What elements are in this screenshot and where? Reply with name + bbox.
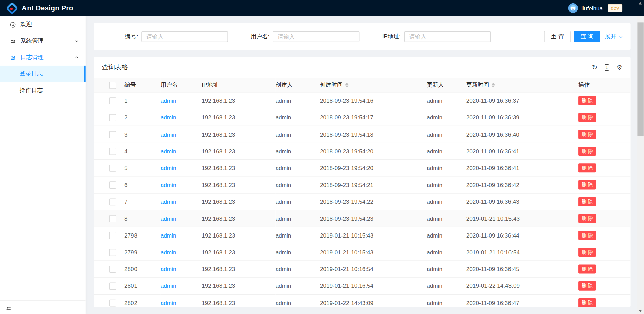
delete-button[interactable]: 删 除: [578, 96, 596, 105]
sorter-icon[interactable]: [345, 83, 349, 88]
username-link[interactable]: admin: [161, 148, 176, 155]
sorter-icon[interactable]: [492, 83, 495, 88]
cell-ip: 192.168.1.23: [202, 277, 275, 294]
username-link[interactable]: admin: [161, 198, 176, 205]
cell-username: admin: [161, 143, 202, 160]
username-link[interactable]: admin: [161, 181, 176, 188]
cell-ip: 192.168.1.23: [202, 92, 275, 109]
delete-button[interactable]: 删 除: [578, 147, 596, 156]
delete-button[interactable]: 删 除: [578, 214, 596, 223]
reload-icon[interactable]: ↻: [592, 64, 597, 71]
table-toolbar: 查询表格 ↻ ↕ ⚙: [94, 57, 630, 78]
col-header-id: 编号: [124, 78, 161, 92]
page-scrollbar[interactable]: [637, 0, 644, 314]
query-button[interactable]: 查 询: [574, 31, 600, 42]
col-header-created-at[interactable]: 创建时间: [320, 78, 427, 92]
column-height-icon[interactable]: ↕: [605, 64, 608, 71]
cell-updater: admin: [427, 92, 466, 109]
search-form: 编号: 用户名: IP地址: 重 置 查 询 展开: [94, 23, 630, 50]
row-checkbox[interactable]: [109, 266, 116, 273]
col-header-updated-at[interactable]: 更新时间: [466, 78, 565, 92]
id-input[interactable]: [141, 31, 228, 42]
cell-id: 6: [124, 176, 161, 193]
delete-button[interactable]: 删 除: [578, 197, 596, 206]
username-link[interactable]: admin: [161, 97, 176, 104]
scrollbar-thumb[interactable]: [637, 22, 643, 136]
sidebar-item-log-mgmt[interactable]: 日志管理: [0, 49, 86, 66]
username-link[interactable]: admin: [161, 131, 176, 138]
sidebar-item-welcome[interactable]: 欢迎: [0, 16, 86, 33]
table-row: 2801 admin 192.168.1.23 admin 2019-01-21…: [94, 277, 630, 294]
crown-icon: [10, 54, 16, 61]
ip-input[interactable]: [404, 31, 491, 42]
username-link[interactable]: admin: [161, 300, 176, 306]
username-link[interactable]: admin: [161, 249, 176, 256]
cell-creator: admin: [276, 126, 320, 143]
table-row: 2802 admin 192.168.1.23 admin 2019-01-22…: [94, 294, 630, 307]
cell-created-at: 2019-01-21 10:15:43: [320, 244, 427, 261]
expand-link[interactable]: 展开: [605, 33, 623, 40]
row-checkbox[interactable]: [109, 282, 116, 290]
table-header-row: 编号 用户名 IP地址 创建人 创建时间 更新人 更新时间 操作: [94, 78, 630, 92]
select-all-checkbox[interactable]: [109, 82, 116, 89]
cell-id: 2: [124, 109, 161, 126]
field-id-label: 编号:: [105, 33, 138, 40]
scrollbar-down-arrow-icon[interactable]: [639, 310, 642, 312]
row-checkbox[interactable]: [109, 165, 116, 172]
delete-button[interactable]: 删 除: [578, 298, 596, 307]
sidebar-item-login-log[interactable]: 登录日志: [0, 66, 86, 82]
row-checkbox[interactable]: [109, 181, 116, 189]
sidebar-item-system-mgmt[interactable]: 系统管理: [0, 33, 86, 49]
row-checkbox[interactable]: [109, 198, 116, 205]
sidebar-item-operation-log[interactable]: 操作日志: [0, 82, 86, 99]
delete-button[interactable]: 删 除: [578, 130, 596, 139]
menu-fold-icon[interactable]: [6, 305, 11, 310]
username-text[interactable]: liufeihua: [581, 5, 603, 12]
cell-id: 4: [124, 143, 161, 160]
cell-updated-at: 2020-11-09 16:36:39: [466, 109, 565, 126]
cell-updated-at: 2020-11-09 16:36:37: [466, 92, 565, 109]
table-row: 3 admin 192.168.1.23 admin 2018-09-23 19…: [94, 126, 630, 143]
row-checkbox[interactable]: [109, 300, 116, 307]
delete-button[interactable]: 删 除: [578, 180, 596, 190]
delete-button[interactable]: 删 除: [578, 281, 596, 291]
cell-username: admin: [161, 261, 202, 277]
username-link[interactable]: admin: [161, 266, 176, 272]
delete-button[interactable]: 删 除: [578, 231, 596, 240]
cell-ip: 192.168.1.23: [202, 109, 275, 126]
row-checkbox[interactable]: [109, 215, 116, 222]
scrollbar-up-arrow-icon[interactable]: [639, 2, 642, 4]
sidebar-item-label: 日志管理: [20, 54, 44, 61]
delete-button[interactable]: 删 除: [578, 113, 596, 122]
cell-updated-at: 2020-11-09 16:36:44: [466, 227, 565, 244]
username-input[interactable]: [273, 31, 359, 42]
row-checkbox[interactable]: [109, 232, 116, 239]
row-checkbox[interactable]: [109, 249, 116, 256]
settings-icon[interactable]: ⚙: [616, 64, 623, 71]
cell-created-at: 2019-01-21 10:16:54: [320, 277, 427, 294]
row-checkbox[interactable]: [109, 97, 116, 104]
col-header-ip: IP地址: [202, 78, 275, 92]
cell-username: admin: [161, 160, 202, 176]
table-body: 1 admin 192.168.1.23 admin 2018-09-23 19…: [94, 92, 630, 307]
username-link[interactable]: admin: [161, 114, 176, 121]
row-checkbox[interactable]: [109, 114, 116, 121]
row-checkbox[interactable]: [109, 131, 116, 138]
cell-creator: admin: [276, 210, 320, 227]
ant-design-logo-icon[interactable]: [7, 3, 18, 14]
username-link[interactable]: admin: [161, 232, 176, 239]
delete-button[interactable]: 删 除: [578, 248, 596, 257]
row-checkbox[interactable]: [109, 148, 116, 155]
user-avatar[interactable]: [568, 3, 578, 13]
username-link[interactable]: admin: [161, 282, 176, 289]
cell-username: admin: [161, 294, 202, 307]
cell-created-at: 2019-01-21 10:16:54: [320, 261, 427, 277]
sidebar-item-label: 系统管理: [20, 37, 44, 45]
chevron-up-icon: [75, 55, 79, 59]
delete-button[interactable]: 删 除: [578, 265, 596, 274]
username-link[interactable]: admin: [161, 165, 176, 171]
delete-button[interactable]: 删 除: [578, 163, 596, 172]
cell-id: 2800: [124, 261, 161, 277]
reset-button[interactable]: 重 置: [544, 31, 571, 42]
username-link[interactable]: admin: [161, 215, 176, 222]
